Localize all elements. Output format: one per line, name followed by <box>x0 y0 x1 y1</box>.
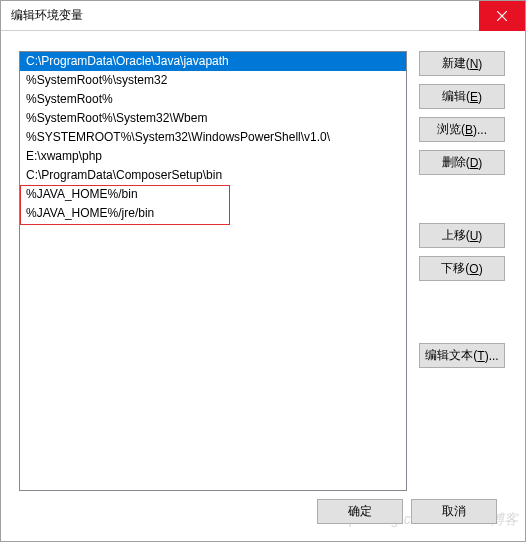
spacer <box>419 183 505 215</box>
list-item[interactable]: C:\ProgramData\Oracle\Java\javapath <box>20 52 406 71</box>
list-item[interactable]: %JAVA_HOME%/bin <box>20 185 406 204</box>
footer-buttons: 确定 取消 <box>19 491 511 534</box>
cancel-button[interactable]: 取消 <box>411 499 497 524</box>
dialog-window: 编辑环境变量 C:\ProgramData\Oracle\Java\javapa… <box>0 0 526 542</box>
delete-button[interactable]: 删除(D) <box>419 150 505 175</box>
list-item[interactable]: E:\xwamp\php <box>20 147 406 166</box>
move-down-button[interactable]: 下移(O) <box>419 256 505 281</box>
edit-text-button[interactable]: 编辑文本(T)... <box>419 343 505 368</box>
browse-button[interactable]: 浏览(B)... <box>419 117 505 142</box>
content-area: C:\ProgramData\Oracle\Java\javapath %Sys… <box>1 31 525 542</box>
ok-button[interactable]: 确定 <box>317 499 403 524</box>
list-item[interactable]: %JAVA_HOME%/jre/bin <box>20 204 406 223</box>
list-item[interactable]: %SystemRoot%\System32\Wbem <box>20 109 406 128</box>
move-up-button[interactable]: 上移(U) <box>419 223 505 248</box>
path-listbox[interactable]: C:\ProgramData\Oracle\Java\javapath %Sys… <box>19 51 407 491</box>
spacer <box>419 289 505 335</box>
sidebar-buttons: 新建(N) 编辑(E) 浏览(B)... 删除(D) 上移(U) 下移(O) 编… <box>419 51 505 491</box>
list-item[interactable]: C:\ProgramData\ComposerSetup\bin <box>20 166 406 185</box>
main-row: C:\ProgramData\Oracle\Java\javapath %Sys… <box>19 51 511 491</box>
list-item[interactable]: %SYSTEMROOT%\System32\WindowsPowerShell\… <box>20 128 406 147</box>
list-item[interactable]: %SystemRoot% <box>20 90 406 109</box>
titlebar: 编辑环境变量 <box>1 1 525 31</box>
close-button[interactable] <box>479 1 525 31</box>
close-icon <box>497 11 507 21</box>
list-item[interactable]: %SystemRoot%\system32 <box>20 71 406 90</box>
new-button[interactable]: 新建(N) <box>419 51 505 76</box>
window-title: 编辑环境变量 <box>1 7 479 24</box>
edit-button[interactable]: 编辑(E) <box>419 84 505 109</box>
